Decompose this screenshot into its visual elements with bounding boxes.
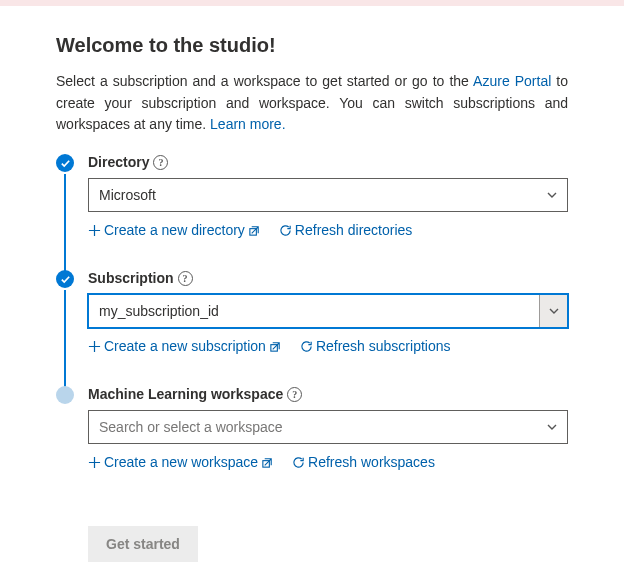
subscription-label-text: Subscription bbox=[88, 270, 174, 286]
checkmark-icon bbox=[60, 158, 71, 169]
external-link-icon bbox=[248, 224, 261, 237]
directory-actions: Create a new directory Refresh directori… bbox=[88, 222, 568, 238]
create-directory-link[interactable]: Create a new directory bbox=[88, 222, 261, 238]
directory-select-value: Microsoft bbox=[99, 187, 156, 203]
refresh-workspaces-link[interactable]: Refresh workspaces bbox=[292, 454, 435, 470]
refresh-directories-link[interactable]: Refresh directories bbox=[279, 222, 413, 238]
create-workspace-text: Create a new workspace bbox=[104, 454, 258, 470]
create-workspace-link[interactable]: Create a new workspace bbox=[88, 454, 274, 470]
refresh-icon bbox=[279, 224, 292, 237]
help-icon[interactable]: ? bbox=[287, 387, 302, 402]
step-workspace: Machine Learning workspace ? Search or s… bbox=[88, 386, 568, 482]
subscription-select-value: my_subscription_id bbox=[99, 303, 219, 319]
intro-prefix: Select a subscription and a workspace to… bbox=[56, 73, 473, 89]
create-directory-text: Create a new directory bbox=[104, 222, 245, 238]
refresh-subscriptions-text: Refresh subscriptions bbox=[316, 338, 451, 354]
azure-portal-link[interactable]: Azure Portal bbox=[473, 73, 551, 89]
refresh-subscriptions-link[interactable]: Refresh subscriptions bbox=[300, 338, 451, 354]
refresh-icon bbox=[300, 340, 313, 353]
page-title: Welcome to the studio! bbox=[56, 34, 568, 57]
workspace-select-placeholder: Search or select a workspace bbox=[99, 419, 283, 435]
step-subscription: Subscription ? my_subscription_id Create… bbox=[88, 270, 568, 386]
checkmark-icon bbox=[60, 274, 71, 285]
step-connector bbox=[64, 290, 66, 388]
plus-icon bbox=[88, 224, 101, 237]
help-icon[interactable]: ? bbox=[153, 155, 168, 170]
chevron-down-icon bbox=[537, 179, 567, 211]
learn-more-link[interactable]: Learn more. bbox=[210, 116, 285, 132]
plus-icon bbox=[88, 456, 101, 469]
refresh-icon bbox=[292, 456, 305, 469]
step-connector bbox=[64, 174, 66, 272]
plus-icon bbox=[88, 340, 101, 353]
subscription-label: Subscription ? bbox=[88, 270, 568, 286]
create-subscription-link[interactable]: Create a new subscription bbox=[88, 338, 282, 354]
step-marker-subscription bbox=[56, 270, 74, 288]
refresh-directories-text: Refresh directories bbox=[295, 222, 413, 238]
step-marker-workspace bbox=[56, 386, 74, 404]
workspace-label: Machine Learning workspace ? bbox=[88, 386, 568, 402]
directory-select[interactable]: Microsoft bbox=[88, 178, 568, 212]
directory-label: Directory ? bbox=[88, 154, 568, 170]
help-icon[interactable]: ? bbox=[178, 271, 193, 286]
step-marker-directory bbox=[56, 154, 74, 172]
workspace-select[interactable]: Search or select a workspace bbox=[88, 410, 568, 444]
step-directory: Directory ? Microsoft Create a new direc… bbox=[88, 154, 568, 270]
workspace-label-text: Machine Learning workspace bbox=[88, 386, 283, 402]
subscription-select[interactable]: my_subscription_id bbox=[88, 294, 568, 328]
directory-label-text: Directory bbox=[88, 154, 149, 170]
chevron-down-icon bbox=[539, 295, 567, 327]
subscription-actions: Create a new subscription Refresh subscr… bbox=[88, 338, 568, 354]
external-link-icon bbox=[261, 456, 274, 469]
workspace-actions: Create a new workspace Refresh workspace… bbox=[88, 454, 568, 470]
chevron-down-icon bbox=[537, 411, 567, 443]
external-link-icon bbox=[269, 340, 282, 353]
intro-text: Select a subscription and a workspace to… bbox=[56, 71, 568, 136]
refresh-workspaces-text: Refresh workspaces bbox=[308, 454, 435, 470]
get-started-button[interactable]: Get started bbox=[88, 526, 198, 562]
create-subscription-text: Create a new subscription bbox=[104, 338, 266, 354]
dialog-content: Welcome to the studio! Select a subscrip… bbox=[0, 6, 624, 565]
steps-list: Directory ? Microsoft Create a new direc… bbox=[56, 154, 568, 482]
